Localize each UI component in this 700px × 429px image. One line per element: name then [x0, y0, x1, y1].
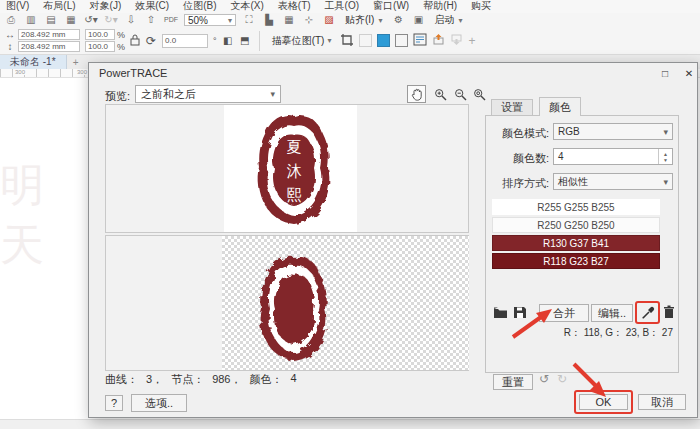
- document-tab[interactable]: 未命名 -1*: [0, 55, 67, 69]
- svg-text:沐: 沐: [287, 162, 302, 180]
- edit-button[interactable]: 编辑..: [591, 304, 633, 322]
- color-swatch[interactable]: R255 G255 B255: [492, 199, 660, 215]
- ruler-mark: 300: [76, 69, 88, 75]
- color-swatch-selected[interactable]: R118 G23 B27: [492, 253, 660, 269]
- merge-button[interactable]: 合并: [539, 304, 589, 322]
- snap-to-select[interactable]: 贴齐(I): [342, 14, 385, 26]
- redo-icon[interactable]: ↻▾: [104, 14, 118, 26]
- separator: [259, 31, 260, 51]
- ok-button[interactable]: OK: [579, 394, 628, 410]
- preview-mode-select[interactable]: 之前和之后: [135, 85, 281, 103]
- menu-item-help[interactable]: 帮助(H): [423, 0, 457, 13]
- resample-icon[interactable]: [377, 34, 390, 47]
- menu-item[interactable]: 图(V): [6, 0, 29, 13]
- eyedropper-icon[interactable]: [641, 306, 655, 320]
- order-front-icon[interactable]: [432, 33, 445, 48]
- scale-y-field[interactable]: 100.0: [85, 41, 115, 52]
- add-tool-plus[interactable]: +: [468, 34, 475, 48]
- open-palette-icon[interactable]: [493, 306, 509, 322]
- eyedropper-highlight-box: [635, 301, 660, 324]
- menu-item-layout[interactable]: 布局(L): [43, 0, 75, 13]
- cut-icon[interactable]: ▥: [24, 14, 38, 26]
- launch-window-icon[interactable]: ▣: [411, 14, 425, 26]
- trace-result-status: 曲线： 3， 节点： 986， 颜色： 4: [105, 372, 297, 387]
- export-icon[interactable]: ⇧: [144, 14, 158, 26]
- tab-settings[interactable]: 设置: [491, 99, 533, 116]
- curves-label: 曲线：: [105, 372, 138, 387]
- menu-item-object[interactable]: 对象(J): [90, 0, 122, 13]
- maximize-button[interactable]: □: [655, 66, 675, 81]
- undo-icon[interactable]: ↺▾: [84, 14, 98, 26]
- dialog-redo-icon[interactable]: ↻: [557, 372, 567, 386]
- degree-label: °: [213, 36, 217, 46]
- menu-item-window[interactable]: 窗口(W): [373, 0, 409, 13]
- crop-icon[interactable]: [340, 33, 354, 49]
- help-button[interactable]: ?: [105, 395, 123, 411]
- curves-value: 3，: [146, 372, 163, 387]
- color-count-stepper[interactable]: 4 ▲▼: [553, 148, 673, 165]
- mirror-vertical-icon[interactable]: ⬒: [239, 35, 251, 46]
- color-count-label: 颜色数:: [487, 151, 549, 166]
- zoom-out-icon[interactable]: [451, 85, 470, 103]
- object-width-field[interactable]: 208.492 mm: [18, 29, 80, 40]
- menu-item-tools[interactable]: 工具(O): [325, 0, 359, 13]
- zoom-level-select[interactable]: 50%: [184, 14, 236, 26]
- object-height-field[interactable]: 208.492 mm: [18, 41, 80, 52]
- dialog-undo-icon[interactable]: ↺: [539, 372, 549, 386]
- tab-colors[interactable]: 颜色: [539, 97, 581, 116]
- paste-icon[interactable]: ▦: [64, 14, 78, 26]
- menu-item-bitmaps[interactable]: 位图(B): [183, 0, 216, 13]
- guidelines-icon[interactable]: ⊹: [302, 14, 316, 26]
- save-palette-icon[interactable]: [513, 306, 529, 322]
- new-document-tab-button[interactable]: +: [67, 55, 85, 69]
- object-width-icon: ↔: [4, 29, 16, 40]
- lock-ratio-icon[interactable]: [130, 34, 140, 48]
- menu-item-buy[interactable]: 购买: [471, 0, 491, 13]
- edit-bitmap-icon[interactable]: [359, 34, 372, 47]
- launch-select[interactable]: 启动: [431, 14, 465, 26]
- snap-off-icon[interactable]: ▨: [322, 14, 336, 26]
- mirror-horizontal-icon[interactable]: ◧: [222, 35, 234, 46]
- preview-before-pane[interactable]: 夏 沐 熙: [105, 104, 469, 233]
- options-button[interactable]: 选项..: [131, 394, 187, 412]
- preview-after-pane[interactable]: [105, 235, 469, 371]
- color-mode-select[interactable]: RGB: [553, 123, 673, 140]
- fullscreen-icon[interactable]: ⛶: [242, 14, 256, 26]
- copy-icon[interactable]: ▤: [44, 14, 58, 26]
- rulers-icon[interactable]: ▙: [262, 14, 276, 26]
- pdf-icon[interactable]: PDF: [164, 14, 178, 26]
- wrap-text-icon[interactable]: [413, 33, 427, 48]
- rotation-icon: ⟳: [145, 34, 157, 48]
- zoom-fit-icon[interactable]: [470, 85, 489, 103]
- color-swatch[interactable]: R130 G37 B41: [492, 235, 660, 251]
- rotation-field[interactable]: 0.0: [162, 34, 208, 48]
- cancel-button[interactable]: 取消: [638, 394, 686, 410]
- source-stamp-image: 夏 沐 熙: [247, 110, 342, 229]
- menu-item-effects[interactable]: 效果(C): [135, 0, 169, 13]
- print-icon[interactable]: ⎙: [4, 14, 18, 26]
- object-height-icon: ↕: [4, 41, 16, 52]
- powertrace-dialog: PowerTRACE □ ✕ 预览: 之前和之后 夏: [88, 62, 698, 418]
- scale-x-field[interactable]: 100.0: [85, 29, 115, 40]
- color-mode-label: 颜色模式:: [487, 126, 549, 141]
- menu-item-table[interactable]: 表格(T): [278, 0, 311, 13]
- frame-icon[interactable]: [395, 34, 408, 47]
- grid-icon[interactable]: ▦: [282, 14, 296, 26]
- pan-hand-icon[interactable]: [407, 85, 426, 103]
- delete-color-icon[interactable]: [663, 305, 677, 321]
- dialog-title: PowerTRACE: [99, 67, 167, 79]
- import-icon[interactable]: ⇩: [124, 14, 138, 26]
- sort-order-select[interactable]: 相似性: [553, 173, 673, 190]
- stepper-arrows[interactable]: ▲▼: [658, 149, 672, 164]
- menu-item-text[interactable]: 文本(X): [230, 0, 263, 13]
- close-button[interactable]: ✕: [679, 66, 699, 81]
- trace-bitmap-button[interactable]: 描摹位图(T): [268, 32, 336, 50]
- nodes-value: 986，: [212, 372, 241, 387]
- reset-button[interactable]: 重置: [493, 374, 533, 390]
- standard-toolbar: ⎙ ▥ ▤ ▦ ↺▾ ↻▾ ⇩ ⇧ PDF 50% ⛶ ▙ ▦ ⊹ ▨ 贴齐(I…: [0, 13, 700, 27]
- color-swatch[interactable]: R250 G250 B250: [492, 217, 660, 233]
- ruler-mark: 300: [14, 69, 26, 75]
- order-back-icon[interactable]: [450, 33, 463, 48]
- options-gear-icon[interactable]: ⚙: [391, 14, 405, 26]
- zoom-in-icon[interactable]: [431, 85, 450, 103]
